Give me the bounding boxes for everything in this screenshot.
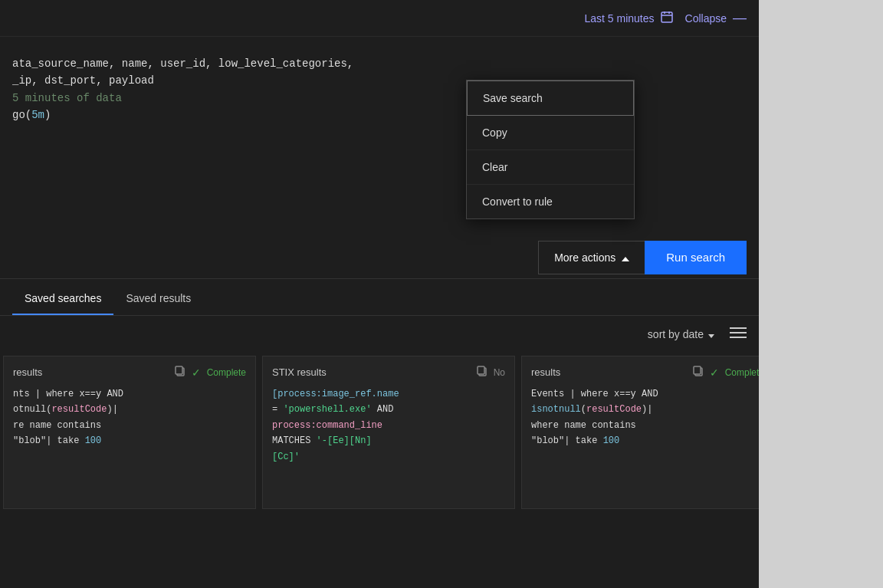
card-2-title: STIX results [272,366,327,378]
result-card-2: STIX results No [process:image_ref.name … [262,356,515,509]
tabs-bar: Saved searches Saved results [0,279,759,316]
dropdown-item-save-search[interactable]: Save search [467,80,634,116]
card-3-status-icon: ✓ [710,366,719,379]
card-1-status-icon: ✓ [192,366,201,379]
svg-rect-10 [478,366,484,374]
svg-rect-12 [694,366,701,374]
card-3-copy-icon[interactable] [693,366,704,379]
card-2-copy-icon[interactable] [477,366,487,379]
code-line-2: _ip, dst_port, payload [12,72,747,89]
cards-row: results ✓ Complete nts | where x==y AND … [0,353,759,512]
time-selector[interactable]: Last 5 minutes [584,11,672,25]
dropdown-menu: Save search Copy Clear Convert to rule [466,80,635,219]
dropdown-item-convert[interactable]: Convert to rule [467,185,634,218]
sort-by-date[interactable]: sort by date [648,328,714,340]
tab-saved-searches[interactable]: Saved searches [12,283,113,315]
code-line-1: ata_source_name, name, user_id, low_leve… [12,55,747,72]
chevron-up-icon [622,251,629,264]
more-actions-button[interactable]: More actions [538,241,645,274]
card-1-status: Complete [207,367,246,378]
dropdown-item-copy[interactable]: Copy [467,116,634,150]
run-search-button[interactable]: Run search [645,241,747,274]
card-3-status: Complete [725,367,759,378]
action-bar: More actions Run search [0,236,759,279]
collapse-label: Collapse [685,12,727,25]
sort-chevron-icon [708,328,714,340]
right-sidebar [759,0,883,588]
tab-saved-results[interactable]: Saved results [113,283,203,315]
card-1-title: results [13,366,42,378]
time-label: Last 5 minutes [584,12,654,25]
code-editor[interactable]: ata_source_name, name, user_id, low_leve… [0,37,759,190]
card-3-title: results [531,366,560,378]
code-line-3: 5 minutes of data [12,90,747,107]
grid-view-icon[interactable] [730,326,747,343]
result-card-3: results ✓ Complete Events | where x==y A… [521,356,759,509]
calendar-icon[interactable] [661,11,673,25]
svg-rect-8 [176,366,182,374]
run-search-label: Run search [666,251,725,264]
dropdown-item-clear[interactable]: Clear [467,150,634,185]
more-actions-label: More actions [554,251,615,264]
card-2-code: [process:image_ref.name = 'powershell.ex… [272,386,505,465]
code-line-4: go(5m) [12,107,747,123]
card-2-status: No [494,367,505,378]
card-3-code: Events | where x==y AND isnotnull(result… [531,386,759,449]
card-1-code: nts | where x==y AND otnull(resultCode)|… [13,386,246,449]
collapse-dash: — [733,10,747,26]
top-bar: Last 5 minutes Collapse — [0,0,759,37]
collapse-button[interactable]: Collapse — [685,10,747,26]
svg-rect-0 [661,12,672,22]
results-bar: sort by date [0,316,759,353]
result-card-1: results ✓ Complete nts | where x==y AND … [3,356,256,509]
sort-label: sort by date [648,328,704,340]
card-1-copy-icon[interactable] [175,366,185,379]
